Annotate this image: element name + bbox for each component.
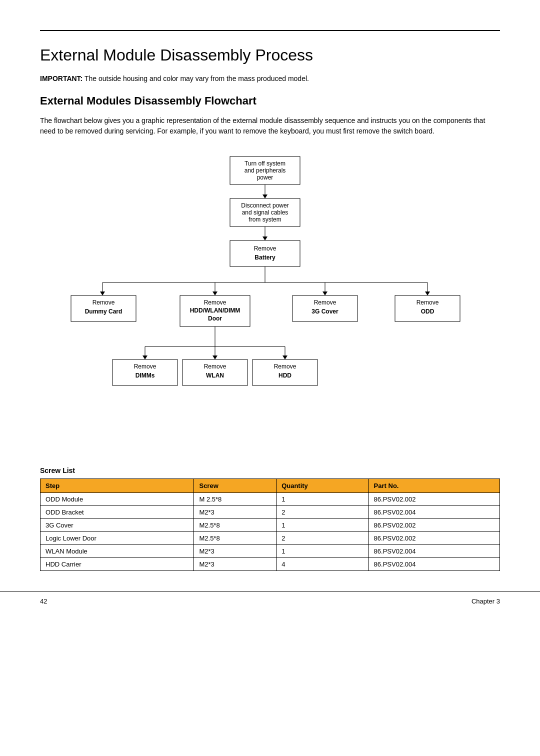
chapter-label: Chapter 3	[472, 598, 500, 605]
section-title: External Modules Disassembly Flowchart	[40, 94, 500, 108]
box6-line1: Remove	[314, 299, 336, 306]
svg-marker-19	[425, 292, 430, 296]
cell-part_no: 86.PSV02.002	[368, 519, 500, 532]
cell-quantity: 2	[276, 532, 368, 545]
cell-step: ODD Bracket	[40, 506, 194, 519]
svg-marker-13	[212, 292, 218, 296]
box5-line1: Remove	[204, 299, 226, 306]
cell-part_no: 86.PSV02.002	[368, 493, 500, 506]
page-title: External Module Disassembly Process	[40, 46, 500, 64]
cell-quantity: 1	[276, 493, 368, 506]
box4-line1: Remove	[92, 299, 115, 306]
cell-screw: M2*3	[194, 545, 276, 558]
cell-step: WLAN Module	[40, 545, 194, 558]
box9-line1: Remove	[204, 363, 226, 370]
box9-line2: WLAN	[206, 372, 224, 379]
svg-marker-10	[100, 292, 105, 296]
svg-marker-30	[282, 356, 288, 360]
header-step: Step	[40, 479, 194, 493]
table-row: WLAN ModuleM2*3186.PSV02.004	[40, 545, 500, 558]
table-row: 3G CoverM2.5*8186.PSV02.002	[40, 519, 500, 532]
svg-marker-2	[262, 194, 268, 198]
box1-line1: Turn off system	[244, 160, 286, 167]
table-row: ODD ModuleM 2.5*8186.PSV02.002	[40, 493, 500, 506]
cell-step: HDD Carrier	[40, 558, 194, 571]
box5-line3: Door	[208, 315, 222, 322]
box3-line2: Battery	[254, 254, 276, 261]
table-row: HDD CarrierM2*3486.PSV02.004	[40, 558, 500, 571]
bottom-bar: 42 Chapter 3	[0, 591, 540, 611]
important-text: The outside housing and color may vary f…	[84, 74, 309, 82]
screw-list-section: Screw List Step Screw Quantity Part No. …	[40, 466, 500, 571]
box2-line1: Disconnect power	[241, 202, 288, 209]
cell-part_no: 86.PSV02.004	[368, 545, 500, 558]
header-screw: Screw	[194, 479, 276, 493]
box2-line2: and signal cables	[242, 209, 288, 216]
box6-line2: 3G Cover	[312, 308, 338, 315]
svg-marker-5	[262, 236, 268, 240]
flowchart-diagram: Turn off system and peripherals power Di…	[45, 152, 495, 452]
cell-step: ODD Module	[40, 493, 194, 506]
page: External Module Disassembly Process IMPO…	[0, 0, 540, 611]
cell-step: 3G Cover	[40, 519, 194, 532]
screw-table: Step Screw Quantity Part No. ODD ModuleM…	[40, 478, 500, 571]
box5-line2: HDD/WLAN/DIMM	[190, 307, 240, 314]
screw-list-title: Screw List	[40, 466, 500, 474]
box10-line2: HDD	[278, 372, 292, 379]
table-row: Logic Lower DoorM2.5*8286.PSV02.002	[40, 532, 500, 545]
cell-screw: M2*3	[194, 506, 276, 519]
box1-line3: power	[257, 174, 274, 181]
svg-marker-24	[142, 356, 148, 360]
top-border	[40, 30, 500, 31]
cell-quantity: 1	[276, 519, 368, 532]
box8-line2: DIMMs	[136, 372, 155, 379]
box10-line1: Remove	[274, 363, 296, 370]
svg-marker-16	[322, 292, 328, 296]
flowchart-description: The flowchart below gives you a graphic …	[40, 116, 500, 136]
cell-screw: M2*3	[194, 558, 276, 571]
box3-line1: Remove	[254, 245, 276, 252]
box7-line2: ODD	[421, 308, 434, 315]
cell-quantity: 2	[276, 506, 368, 519]
cell-screw: M 2.5*8	[194, 493, 276, 506]
cell-screw: M2.5*8	[194, 519, 276, 532]
cell-part_no: 86.PSV02.002	[368, 532, 500, 545]
box8-line1: Remove	[134, 363, 156, 370]
box1-line2: and peripherals	[244, 167, 286, 174]
cell-step: Logic Lower Door	[40, 532, 194, 545]
screw-table-body: ODD ModuleM 2.5*8186.PSV02.002ODD Bracke…	[40, 493, 500, 571]
svg-marker-27	[212, 356, 218, 360]
page-number: 42	[40, 598, 47, 605]
box4-line2: Dummy Card	[85, 308, 122, 315]
header-quantity: Quantity	[276, 479, 368, 493]
cell-part_no: 86.PSV02.004	[368, 506, 500, 519]
table-header-row: Step Screw Quantity Part No.	[40, 479, 500, 493]
cell-part_no: 86.PSV02.004	[368, 558, 500, 571]
table-row: ODD BracketM2*3286.PSV02.004	[40, 506, 500, 519]
cell-quantity: 4	[276, 558, 368, 571]
box7-line1: Remove	[416, 299, 439, 306]
cell-screw: M2.5*8	[194, 532, 276, 545]
box2-line3: from system	[248, 216, 281, 223]
important-note: IMPORTANT: The outside housing and color…	[40, 74, 500, 82]
cell-quantity: 1	[276, 545, 368, 558]
important-label: IMPORTANT:	[40, 74, 82, 82]
header-part-no: Part No.	[368, 479, 500, 493]
svg-rect-6	[230, 240, 300, 266]
